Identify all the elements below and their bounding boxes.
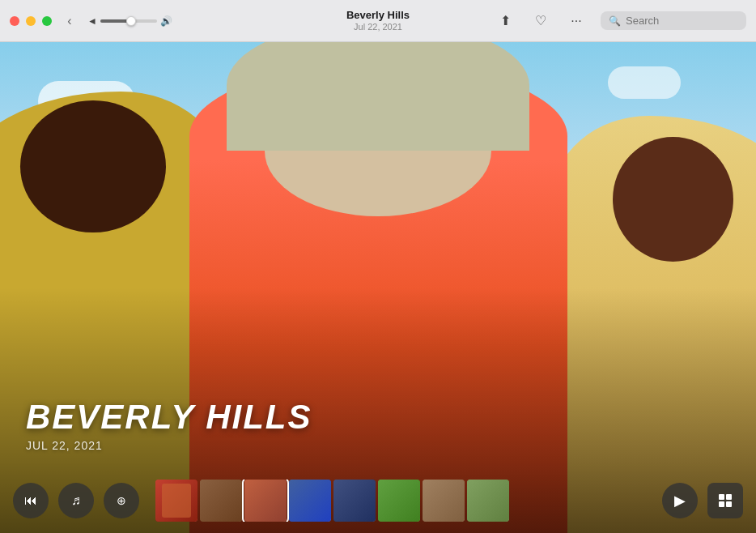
ellipsis-icon: ···: [571, 14, 581, 28]
thumb-inner-8: [467, 480, 509, 522]
photo-title-overlay: BEVERLY HILLS JUL 22, 2021: [26, 399, 312, 452]
grid-view-button[interactable]: [707, 483, 743, 518]
titlebar-center: Beverly Hills Jul 22, 2021: [346, 9, 410, 32]
titlebar: ‹ ◄ 🔊 Beverly Hills Jul 22, 2021 ⬆ ♡ ···…: [0, 0, 756, 42]
thumb-inner-5: [333, 480, 376, 522]
skip-back-icon: ⏮: [24, 493, 37, 508]
photo-overlay: [0, 42, 756, 533]
play-icon: ▶: [674, 492, 686, 510]
window-controls: [10, 16, 52, 26]
close-button[interactable]: [10, 16, 19, 26]
heart-icon: ♡: [535, 13, 546, 28]
thumbnail-3[interactable]: [244, 480, 287, 522]
controls-bar: ⏮ ♬ ⊕: [0, 468, 756, 533]
volume-thumb: [126, 16, 136, 26]
thumbnail-1[interactable]: [155, 480, 197, 522]
filmstrip: [155, 480, 646, 522]
music-notes-button[interactable]: ♬: [58, 483, 94, 518]
thumb-inner-2: [200, 480, 242, 522]
thumbnail-7[interactable]: [423, 480, 465, 522]
minimize-button[interactable]: [26, 16, 36, 26]
more-options-button[interactable]: ···: [565, 10, 588, 32]
search-box[interactable]: 🔍: [601, 11, 746, 30]
thumbnail-2[interactable]: [200, 480, 242, 522]
back-icon: ‹: [67, 14, 71, 28]
photo-date: JUL 22, 2021: [26, 439, 312, 452]
filter-icon: ⊕: [117, 494, 126, 507]
thumbnail-5[interactable]: [333, 480, 376, 522]
share-icon: ⬆: [500, 13, 511, 28]
grid-cell-1: [719, 494, 724, 500]
titlebar-actions: ⬆ ♡ ··· 🔍: [494, 10, 746, 32]
volume-slider[interactable]: [100, 19, 157, 23]
window-title: Beverly Hills: [346, 9, 410, 22]
search-input[interactable]: [626, 15, 738, 27]
thumbnail-6[interactable]: [378, 480, 420, 522]
maximize-button[interactable]: [42, 16, 52, 26]
volume-icon: ◄: [87, 15, 97, 27]
grid-cell-4: [726, 501, 732, 507]
thumbnail-4[interactable]: [289, 480, 331, 522]
favorite-button[interactable]: ♡: [529, 10, 552, 32]
thumb-inner-3: [244, 480, 287, 522]
thumb-inner-6: [378, 480, 420, 522]
skip-back-button[interactable]: ⏮: [13, 483, 49, 518]
volume-control[interactable]: ◄ 🔊: [87, 15, 172, 27]
window-subtitle: Jul 22, 2021: [346, 22, 410, 32]
grid-cell-3: [719, 501, 724, 507]
thumbnail-8[interactable]: [467, 480, 509, 522]
thumb-inner-4: [289, 480, 331, 522]
nav-controls: ‹ ◄ 🔊: [62, 13, 172, 29]
music-icon: ♬: [71, 493, 81, 508]
grid-icon: [719, 494, 732, 507]
back-button[interactable]: ‹: [62, 13, 78, 29]
filter-button[interactable]: ⊕: [104, 483, 139, 518]
play-button[interactable]: ▶: [662, 483, 698, 518]
share-button[interactable]: ⬆: [494, 10, 516, 32]
thumb-inner-7: [423, 480, 465, 522]
main-content: BEVERLY HILLS JUL 22, 2021 ⏮ ♬ ⊕: [0, 42, 756, 533]
photo-main-title: BEVERLY HILLS: [26, 399, 312, 436]
volume-high-icon: 🔊: [160, 15, 172, 27]
photo-background: BEVERLY HILLS JUL 22, 2021 ⏮ ♬ ⊕: [0, 42, 756, 533]
thumb-inner-1: [155, 480, 197, 522]
grid-cell-2: [726, 494, 732, 500]
search-icon: 🔍: [609, 15, 621, 27]
